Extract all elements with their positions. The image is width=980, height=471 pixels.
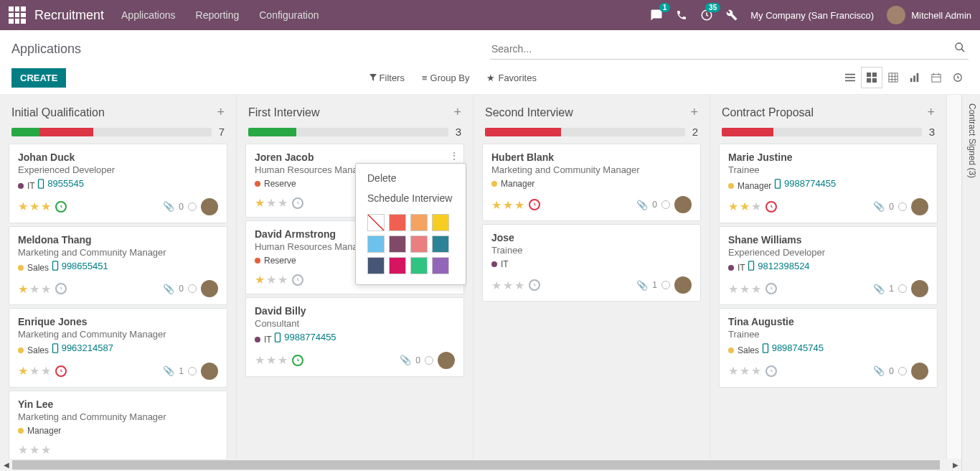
kanban-card[interactable]: ⋮ Joren Jacob Human Resources Manager Re…: [245, 144, 464, 218]
color-swatch[interactable]: [389, 214, 406, 231]
star-icon[interactable]: ★: [278, 196, 288, 210]
color-swatch[interactable]: [410, 236, 428, 253]
attachment-icon[interactable]: 📎: [873, 365, 885, 376]
favorites-menu[interactable]: ★ Favorites: [486, 73, 536, 83]
star-icon[interactable]: ★: [491, 279, 501, 292]
star-icon[interactable]: ★: [29, 282, 39, 296]
activity-icon[interactable]: [292, 355, 303, 366]
scroll-left-icon[interactable]: ◀: [0, 459, 12, 471]
assignee-avatar[interactable]: [911, 280, 928, 297]
column-title[interactable]: First Interview: [248, 106, 453, 119]
assignee-avatar[interactable]: [201, 363, 218, 380]
star-icon[interactable]: ★: [18, 200, 28, 213]
column-add-icon[interactable]: +: [927, 105, 935, 120]
star-icon[interactable]: ★: [514, 198, 524, 212]
column-add-icon[interactable]: +: [690, 105, 698, 120]
star-icon[interactable]: ★: [728, 200, 738, 213]
card-phone[interactable]: 9898745745: [762, 342, 824, 353]
apps-icon[interactable]: [9, 6, 26, 24]
state-icon[interactable]: [188, 202, 197, 211]
star-icon[interactable]: ★: [740, 364, 750, 378]
state-icon[interactable]: [425, 356, 433, 365]
view-pivot[interactable]: [882, 67, 904, 88]
activity-icon[interactable]: [292, 274, 303, 286]
state-icon[interactable]: [188, 367, 197, 376]
color-swatch[interactable]: [389, 257, 406, 274]
card-phone[interactable]: 9812398524: [748, 261, 809, 271]
star-icon[interactable]: ★: [740, 282, 750, 296]
assignee-avatar[interactable]: [911, 198, 928, 215]
state-icon[interactable]: [188, 284, 197, 293]
search-icon[interactable]: [954, 42, 966, 53]
attachment-icon[interactable]: 📎: [873, 201, 885, 212]
user-menu[interactable]: Mitchell Admin: [887, 6, 971, 24]
brand[interactable]: Recruitment: [34, 8, 104, 23]
kanban-card[interactable]: Enrique Jones Marketing and Community Ma…: [9, 308, 227, 388]
column-add-icon[interactable]: +: [217, 105, 225, 120]
tools-icon[interactable]: [726, 9, 738, 21]
assignee-avatar[interactable]: [674, 276, 692, 294]
create-button[interactable]: CREATE: [11, 68, 66, 88]
company-selector[interactable]: My Company (San Francisco): [750, 10, 874, 21]
column-add-icon[interactable]: +: [453, 105, 461, 120]
scrollbar-thumb[interactable]: [12, 460, 940, 470]
color-swatch[interactable]: [410, 257, 428, 274]
color-swatch[interactable]: [367, 236, 385, 253]
view-graph[interactable]: [904, 67, 925, 88]
color-swatch[interactable]: [432, 257, 449, 274]
kanban-card[interactable]: David Billy Consultant IT 9988774455 ★★★…: [245, 297, 464, 377]
nav-applications[interactable]: Applications: [121, 9, 176, 21]
attachment-icon[interactable]: 📎: [636, 280, 648, 291]
star-icon[interactable]: ★: [41, 282, 51, 296]
column-title[interactable]: Second Interview: [485, 106, 690, 119]
color-swatch[interactable]: [432, 236, 449, 253]
attachment-icon[interactable]: 📎: [163, 284, 174, 294]
view-kanban[interactable]: [861, 67, 882, 88]
star-icon[interactable]: ★: [751, 282, 761, 296]
attachment-icon[interactable]: 📎: [873, 284, 885, 294]
assignee-avatar[interactable]: [674, 196, 692, 213]
star-icon[interactable]: ★: [728, 282, 738, 296]
star-icon[interactable]: ★: [278, 273, 288, 286]
state-icon[interactable]: [661, 200, 670, 209]
kanban-card[interactable]: Meldona Thang Marketing and Community Ma…: [9, 226, 227, 306]
kanban-card[interactable]: Jose Trainee IT ★★★ 📎1: [482, 224, 701, 302]
star-icon[interactable]: ★: [751, 200, 761, 213]
activity-icon[interactable]: [292, 197, 303, 209]
star-icon[interactable]: ★: [18, 364, 28, 378]
star-icon[interactable]: ★: [255, 353, 265, 367]
scroll-right-icon[interactable]: ▶: [949, 459, 961, 471]
star-icon[interactable]: ★: [29, 364, 39, 378]
attachment-icon[interactable]: 📎: [163, 201, 174, 212]
card-phone[interactable]: 9988774455: [774, 178, 836, 189]
state-icon[interactable]: [898, 202, 907, 211]
activity-icon[interactable]: [55, 201, 67, 213]
activities-icon[interactable]: 35: [700, 9, 713, 22]
star-icon[interactable]: ★: [18, 443, 28, 457]
collapsed-column[interactable]: Contract Signed (3): [961, 95, 980, 471]
star-icon[interactable]: ★: [41, 364, 51, 378]
color-swatch[interactable]: [410, 214, 428, 231]
phone-icon[interactable]: [676, 9, 687, 21]
nav-configuration[interactable]: Configuration: [259, 9, 319, 21]
card-phone[interactable]: 9963214587: [52, 342, 113, 353]
star-icon[interactable]: ★: [255, 196, 265, 210]
star-icon[interactable]: ★: [266, 196, 276, 210]
star-icon[interactable]: ★: [255, 273, 265, 286]
column-progress[interactable]: [248, 128, 448, 136]
color-swatch[interactable]: [367, 257, 385, 274]
star-icon[interactable]: ★: [278, 353, 288, 367]
star-icon[interactable]: ★: [266, 353, 276, 367]
column-title[interactable]: Contract Proposal: [722, 106, 927, 119]
color-swatch[interactable]: [367, 214, 385, 231]
activity-icon[interactable]: [55, 283, 67, 294]
star-icon[interactable]: ★: [514, 279, 524, 292]
star-icon[interactable]: ★: [29, 200, 39, 213]
kanban-card[interactable]: Shane Williams Experienced Developer IT …: [719, 226, 938, 306]
card-phone[interactable]: 9988774455: [274, 332, 336, 342]
star-icon[interactable]: ★: [491, 198, 501, 212]
kanban-card[interactable]: Marie Justine Trainee Manager 9988774455…: [719, 144, 938, 223]
horizontal-scrollbar[interactable]: ◀▶: [0, 459, 961, 471]
star-icon[interactable]: ★: [18, 282, 28, 296]
search-input[interactable]: [490, 39, 969, 60]
